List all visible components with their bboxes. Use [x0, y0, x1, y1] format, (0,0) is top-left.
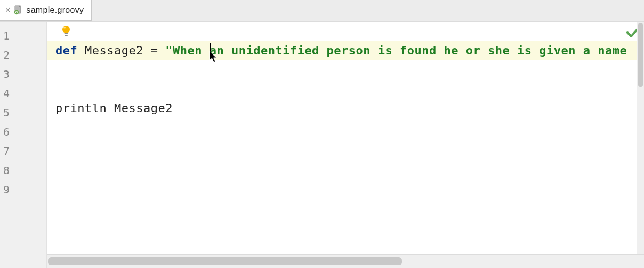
- scrollbar-corner: [637, 254, 644, 268]
- code-line[interactable]: [47, 137, 644, 156]
- line-number: 4: [0, 84, 46, 103]
- code-line[interactable]: [47, 22, 644, 41]
- svg-text:G: G: [15, 11, 18, 14]
- gutter: 123456789: [0, 22, 47, 268]
- token-stmt: println Message2: [55, 101, 173, 115]
- code-line[interactable]: [47, 60, 644, 80]
- line-number: 1: [0, 26, 46, 45]
- horizontal-scrollbar[interactable]: [47, 254, 637, 268]
- close-icon[interactable]: ×: [5, 6, 10, 14]
- line-number: 8: [0, 161, 46, 180]
- token-str: "When an unidentified person is found he…: [165, 44, 627, 57]
- line-number: 2: [0, 45, 46, 65]
- groovy-file-icon: G: [13, 5, 23, 15]
- token-kw: def: [55, 44, 77, 57]
- token-op: =: [151, 44, 158, 57]
- code-line[interactable]: [47, 118, 644, 137]
- code-line[interactable]: def Message2 = "When an unidentified per…: [47, 41, 644, 60]
- tab-filename: sample.groovy: [26, 6, 84, 14]
- vertical-scrollbar-thumb[interactable]: [638, 23, 643, 87]
- line-number: 9: [0, 180, 46, 199]
- line-number: 3: [0, 65, 46, 84]
- code-area[interactable]: def Message2 = "When an unidentified per…: [47, 22, 644, 268]
- line-number: 6: [0, 122, 46, 141]
- code-line[interactable]: [47, 156, 644, 176]
- editor: 123456789 def Message2 = "When an uniden…: [0, 21, 644, 268]
- horizontal-scrollbar-thumb[interactable]: [48, 257, 402, 265]
- code-line[interactable]: [47, 80, 644, 99]
- token-id: Message2: [85, 44, 143, 57]
- line-number: 7: [0, 141, 46, 161]
- code-line[interactable]: println Message2: [47, 99, 644, 118]
- vertical-scrollbar[interactable]: [637, 22, 644, 254]
- code-line[interactable]: [47, 176, 644, 195]
- tab-bar: × G sample.groovy: [0, 0, 644, 21]
- line-number: 5: [0, 103, 46, 122]
- editor-tab[interactable]: × G sample.groovy: [0, 0, 92, 21]
